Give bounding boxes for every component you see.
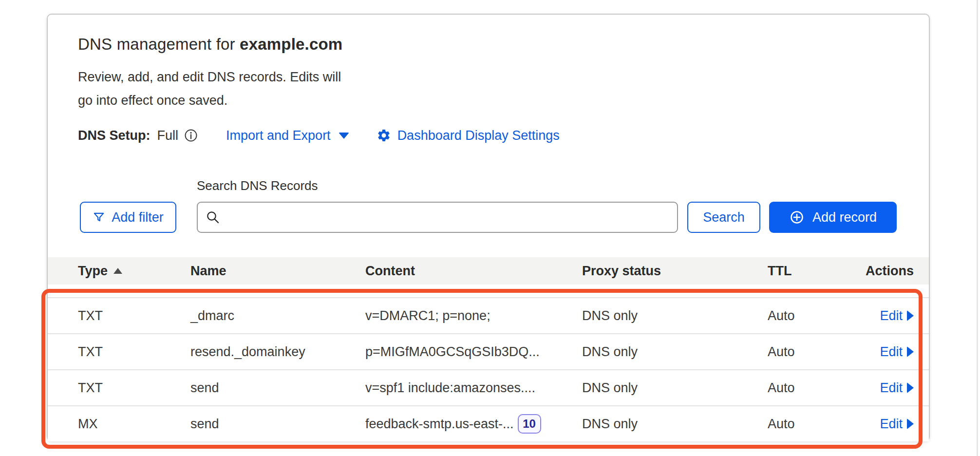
cell-content-text: v=spf1 include:amazonses.... [365, 380, 535, 396]
page-title-prefix: DNS management for [78, 35, 240, 53]
cell-ttl: Auto [768, 380, 857, 396]
caret-right-icon [907, 310, 914, 321]
cell-type: MX [78, 417, 190, 432]
import-export-link[interactable]: Import and Export [226, 128, 349, 143]
edit-link[interactable]: Edit [880, 308, 914, 323]
page-right-edge-divider [977, 0, 978, 456]
filter-icon [93, 211, 105, 224]
description-line-2: go into effect once saved. [78, 89, 341, 112]
add-record-label: Add record [812, 210, 877, 225]
cell-content: p=MIGfMA0GCSqGSIb3DQ... [365, 344, 582, 360]
cell-proxy-status: DNS only [582, 308, 768, 323]
add-filter-button[interactable]: Add filter [80, 202, 176, 233]
cell-proxy-status: DNS only [582, 344, 768, 360]
page-title: DNS management for example.com [78, 35, 342, 54]
table-row[interactable]: MX send feedback-smtp.us-east-... 10 DNS… [48, 405, 929, 441]
dns-management-card: DNS management for example.com Review, a… [47, 14, 930, 441]
cell-actions: Edit [857, 308, 914, 323]
dns-setup-row: DNS Setup: Full Import and Export Dashbo… [78, 126, 560, 145]
edit-link[interactable]: Edit [880, 380, 914, 396]
edit-link[interactable]: Edit [880, 344, 914, 360]
table-row[interactable]: TXT resend._domainkey p=MIGfMA0GCSqGSIb3… [48, 333, 929, 369]
table-row[interactable]: TXT send v=spf1 include:amazonses.... DN… [48, 369, 929, 405]
caret-right-icon [907, 346, 914, 357]
edit-link-label: Edit [880, 380, 903, 396]
table-header-actions: Actions [857, 264, 914, 279]
search-input[interactable] [197, 202, 678, 233]
cell-content: v=spf1 include:amazonses.... [365, 380, 582, 396]
cell-name: _dmarc [190, 308, 365, 323]
info-icon[interactable] [184, 129, 198, 142]
sort-ascending-icon [113, 268, 122, 274]
import-export-label: Import and Export [226, 128, 331, 143]
cell-content-text: feedback-smtp.us-east-... [365, 417, 514, 432]
cell-ttl: Auto [768, 308, 857, 323]
cell-name: send [190, 417, 365, 432]
table-header-type[interactable]: Type [78, 264, 190, 279]
cell-type: TXT [78, 344, 190, 360]
table-header-content: Content [365, 264, 582, 279]
cell-content-text: v=DMARC1; p=none; [365, 308, 490, 323]
controls-row: Add filter Search Add record [48, 202, 929, 233]
gear-icon [377, 128, 391, 143]
table-header-ttl: TTL [768, 264, 857, 279]
caret-right-icon [907, 418, 914, 429]
edit-link-label: Edit [880, 308, 903, 323]
cell-ttl: Auto [768, 344, 857, 360]
cell-actions: Edit [857, 417, 914, 432]
caret-right-icon [907, 382, 914, 393]
cell-ttl: Auto [768, 417, 857, 432]
search-input-wrap [197, 202, 678, 233]
cell-actions: Edit [857, 380, 914, 396]
cell-actions: Edit [857, 344, 914, 360]
cell-name: send [190, 380, 365, 396]
search-button[interactable]: Search [687, 202, 760, 233]
description-line-1: Review, add, and edit DNS records. Edits… [78, 65, 341, 89]
cell-content: feedback-smtp.us-east-... 10 [365, 414, 582, 434]
cell-type: TXT [78, 380, 190, 396]
domain-name: example.com [240, 35, 342, 53]
edit-link-label: Edit [880, 417, 903, 432]
cell-content-text: p=MIGfMA0GCSqGSIb3DQ... [365, 344, 540, 360]
dashboard-display-settings-link[interactable]: Dashboard Display Settings [377, 128, 560, 143]
dashboard-display-settings-label: Dashboard Display Settings [397, 128, 560, 143]
chevron-down-icon [339, 133, 349, 139]
dns-setup-value: Full [157, 128, 179, 143]
plus-icon [789, 209, 805, 225]
table-header-proxy-status: Proxy status [582, 264, 768, 279]
dns-setup-label: DNS Setup: [78, 128, 151, 143]
edit-link[interactable]: Edit [880, 417, 914, 432]
table-header-type-label: Type [78, 264, 108, 279]
table-row[interactable]: TXT _dmarc v=DMARC1; p=none; DNS only Au… [48, 297, 929, 333]
search-button-label: Search [703, 210, 745, 225]
dns-records-table: TXT _dmarc v=DMARC1; p=none; DNS only Au… [48, 297, 929, 441]
add-record-button[interactable]: Add record [769, 202, 897, 233]
search-field-label: Search DNS Records [197, 178, 318, 193]
table-header: Type Name Content Proxy status TTL Actio… [48, 257, 929, 285]
cell-name: resend._domainkey [190, 344, 365, 360]
page-description: Review, add, and edit DNS records. Edits… [78, 65, 341, 112]
cell-proxy-status: DNS only [582, 380, 768, 396]
cell-content: v=DMARC1; p=none; [365, 308, 582, 323]
priority-badge: 10 [518, 414, 541, 434]
cell-type: TXT [78, 308, 190, 323]
add-filter-label: Add filter [112, 210, 164, 225]
cell-proxy-status: DNS only [582, 417, 768, 432]
edit-link-label: Edit [880, 344, 903, 360]
table-header-name: Name [190, 264, 365, 279]
